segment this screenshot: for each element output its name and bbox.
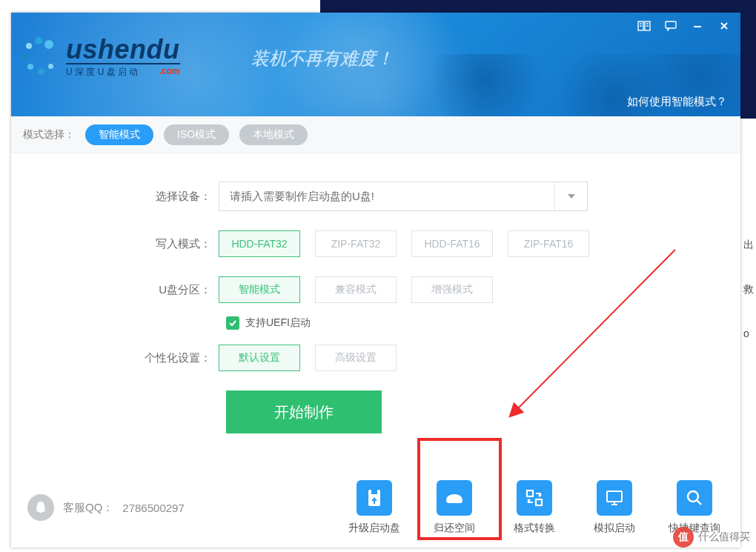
svg-point-21 — [688, 491, 698, 502]
qq-label: 客服QQ： — [63, 501, 113, 515]
tool-emulate-label: 模拟启动 — [585, 522, 644, 535]
svg-rect-16 — [527, 491, 533, 496]
uefi-label: 支持UEFI启动 — [245, 316, 311, 330]
tool-emulate-boot[interactable]: 模拟启动 — [585, 480, 644, 535]
upgrade-disk-icon — [357, 480, 392, 516]
chevron-down-icon — [568, 194, 575, 199]
write-opt-zip-fat32[interactable]: ZIP-FAT32 — [315, 230, 397, 257]
watermark-text: 什么值得买 — [698, 531, 750, 544]
mode-smart[interactable]: 智能模式 — [85, 124, 153, 145]
write-opt-zip-fat16[interactable]: ZIP-FAT16 — [508, 230, 589, 257]
app-window: ushendu U 深 度 U 盘 启 动 .com 装机不再有难度！ 如何使用… — [11, 13, 740, 548]
svg-rect-11 — [371, 490, 377, 494]
tool-upgrade-label: 升级启动盘 — [345, 522, 404, 535]
brand-domain: .com — [159, 66, 179, 79]
part-opt-smart[interactable]: 智能模式 — [219, 276, 300, 303]
manual-icon[interactable] — [634, 17, 654, 35]
partition-label: U盘分区： — [11, 283, 219, 297]
minimize-button[interactable] — [687, 17, 708, 35]
tool-restore-label: 归还空间 — [425, 522, 484, 535]
write-mode-label: 写入模式： — [11, 237, 219, 251]
watermark: 值 什么值得买 — [673, 527, 750, 548]
custom-opt-default[interactable]: 默认设置 — [219, 345, 300, 371]
svg-point-15 — [457, 500, 458, 502]
app-header: ushendu U 深 度 U 盘 启 动 .com 装机不再有难度！ 如何使用… — [11, 13, 740, 116]
restore-space-icon — [437, 480, 472, 516]
svg-line-22 — [697, 500, 701, 505]
close-button[interactable] — [714, 17, 735, 35]
brand-name: ushendu — [66, 36, 180, 64]
support-qq[interactable]: 客服QQ： 2786500297 — [27, 494, 185, 521]
write-opt-hdd-fat32[interactable]: HDD-FAT32 — [219, 230, 300, 257]
bg-text: 救 — [743, 267, 754, 311]
brand-slogan: 装机不再有难度！ — [251, 47, 394, 70]
svg-point-13 — [452, 500, 454, 502]
bg-text: 出 — [743, 222, 754, 267]
tool-upgrade[interactable]: 升级启动盘 — [345, 480, 404, 535]
custom-label: 个性化设置： — [11, 351, 219, 365]
write-opt-hdd-fat16[interactable]: HDD-FAT16 — [411, 230, 493, 257]
qq-icon — [27, 494, 54, 521]
device-placeholder: 请插入需要制作启动盘的U盘! — [219, 190, 554, 204]
svg-point-12 — [450, 500, 451, 502]
tool-restore-space[interactable]: 归还空间 — [425, 480, 484, 535]
device-select[interactable]: 请插入需要制作启动盘的U盘! — [219, 182, 588, 211]
mode-bar: 模式选择： 智能模式 ISO模式 本地模式 — [11, 116, 740, 153]
footer-bar: 客服QQ： 2786500297 升级启动盘 归还空间 格式转换 模拟启动 — [11, 468, 740, 548]
svg-rect-6 — [666, 21, 676, 28]
format-convert-icon — [517, 480, 552, 516]
qq-number: 2786500297 — [122, 502, 184, 514]
brand-logo: ushendu U 深 度 U 盘 启 动 .com — [20, 36, 180, 79]
svg-rect-18 — [607, 491, 622, 502]
svg-point-14 — [454, 500, 456, 502]
logo-swirl-icon — [20, 37, 62, 79]
device-label: 选择设备： — [11, 190, 219, 204]
part-opt-enhance[interactable]: 增强模式 — [411, 276, 493, 303]
help-link[interactable]: 如何使用智能模式？ — [627, 95, 727, 109]
start-button[interactable]: 开始制作 — [226, 390, 382, 433]
device-dropdown-button[interactable] — [554, 182, 587, 210]
svg-rect-17 — [536, 499, 542, 505]
bg-text: o — [743, 311, 754, 356]
part-opt-compat[interactable]: 兼容模式 — [315, 276, 397, 303]
search-icon — [677, 480, 712, 516]
mode-iso[interactable]: ISO模式 — [164, 124, 229, 145]
mode-label: 模式选择： — [23, 128, 75, 142]
brand-sub-cn: U 深 度 U 盘 启 动 — [66, 66, 138, 79]
tool-format-label: 格式转换 — [505, 522, 564, 535]
custom-opt-advanced[interactable]: 高级设置 — [315, 345, 397, 371]
mode-local[interactable]: 本地模式 — [239, 124, 308, 145]
monitor-icon — [597, 480, 632, 516]
feedback-icon[interactable] — [660, 17, 681, 35]
uefi-checkbox-row[interactable]: 支持UEFI启动 — [226, 316, 740, 330]
main-form: 选择设备： 请插入需要制作启动盘的U盘! 写入模式： HDD-FAT32 ZIP… — [11, 153, 740, 433]
tool-format-convert[interactable]: 格式转换 — [505, 480, 564, 535]
checkbox-checked-icon — [226, 316, 239, 330]
watermark-badge-icon: 值 — [673, 527, 694, 548]
